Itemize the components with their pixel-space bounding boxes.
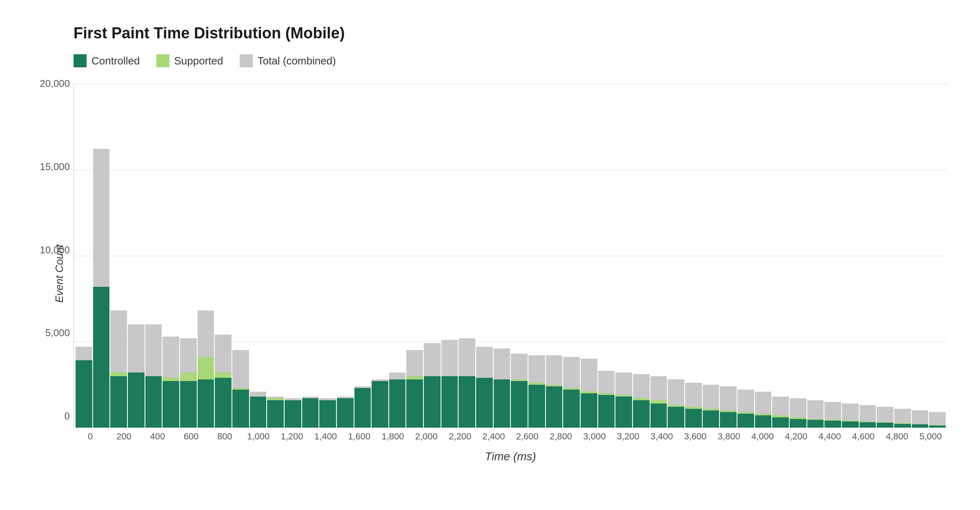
x-label-1: 200 bbox=[107, 431, 140, 442]
bar-group-22 bbox=[459, 338, 475, 428]
bar-group-47 bbox=[894, 409, 911, 428]
bar-group-25 bbox=[511, 354, 528, 428]
controlled-label: Controlled bbox=[91, 55, 140, 67]
x-label-6: 1,200 bbox=[275, 431, 309, 442]
bar-group-33 bbox=[650, 376, 667, 428]
bar-group-40 bbox=[772, 397, 789, 428]
bar-total-0 bbox=[76, 347, 92, 360]
bar-total-27 bbox=[546, 355, 563, 385]
bar-group-5 bbox=[163, 337, 179, 428]
bar-supported-5 bbox=[163, 378, 179, 381]
bar-supported-8 bbox=[215, 373, 232, 378]
bar-controlled-6 bbox=[180, 381, 197, 428]
bar-total-38 bbox=[737, 390, 754, 412]
bar-controlled-10 bbox=[250, 397, 267, 428]
bar-total-21 bbox=[441, 340, 458, 376]
bar-supported-7 bbox=[198, 357, 214, 379]
bar-group-3 bbox=[128, 324, 145, 428]
bar-controlled-24 bbox=[494, 379, 510, 428]
bar-group-20 bbox=[424, 343, 441, 428]
x-label-13: 2,600 bbox=[510, 431, 544, 442]
bar-total-4 bbox=[145, 324, 162, 376]
bar-total-25 bbox=[511, 354, 528, 379]
x-label-23: 4,600 bbox=[846, 431, 880, 442]
bar-group-42 bbox=[807, 400, 824, 428]
total-swatch bbox=[240, 54, 253, 67]
bar-supported-33 bbox=[650, 400, 667, 404]
bar-total-48 bbox=[912, 410, 929, 424]
bar-group-36 bbox=[703, 385, 719, 428]
bar-supported-19 bbox=[406, 376, 423, 379]
bar-controlled-27 bbox=[546, 386, 563, 428]
bar-group-28 bbox=[563, 357, 580, 428]
bar-controlled-31 bbox=[615, 397, 632, 428]
bar-group-30 bbox=[598, 371, 615, 428]
y-label-0: 0 bbox=[37, 410, 70, 422]
bar-group-44 bbox=[842, 404, 859, 428]
x-label-22: 4,400 bbox=[813, 431, 846, 442]
bar-group-27 bbox=[546, 355, 563, 428]
bar-controlled-25 bbox=[511, 381, 528, 428]
bar-total-44 bbox=[842, 404, 859, 421]
bar-group-1 bbox=[93, 149, 110, 428]
bar-group-49 bbox=[929, 412, 946, 428]
bar-controlled-29 bbox=[581, 393, 597, 428]
bar-controlled-48 bbox=[912, 424, 929, 428]
bar-group-48 bbox=[912, 410, 929, 428]
bar-total-18 bbox=[389, 373, 406, 379]
bar-controlled-15 bbox=[337, 398, 354, 428]
bar-controlled-3 bbox=[128, 373, 145, 428]
bar-total-39 bbox=[755, 392, 772, 414]
bar-controlled-49 bbox=[929, 426, 946, 428]
bar-total-35 bbox=[685, 383, 702, 407]
y-label-15000: 15,000 bbox=[37, 161, 70, 173]
bar-group-10 bbox=[250, 392, 267, 428]
bar-group-31 bbox=[615, 373, 632, 428]
bar-group-39 bbox=[755, 392, 772, 428]
bar-controlled-17 bbox=[372, 381, 388, 428]
bar-controlled-5 bbox=[163, 381, 179, 428]
bar-group-26 bbox=[528, 355, 545, 428]
bar-total-9 bbox=[232, 350, 249, 388]
bar-group-45 bbox=[860, 405, 876, 428]
bar-group-8 bbox=[215, 335, 232, 428]
bar-controlled-36 bbox=[703, 410, 719, 428]
bar-total-28 bbox=[563, 357, 580, 388]
bar-controlled-22 bbox=[459, 376, 475, 428]
bar-total-31 bbox=[615, 373, 632, 395]
bar-controlled-35 bbox=[685, 409, 702, 428]
supported-swatch bbox=[156, 54, 169, 67]
bar-group-32 bbox=[633, 374, 650, 428]
bar-supported-2 bbox=[110, 373, 127, 376]
bar-controlled-26 bbox=[528, 385, 545, 428]
bar-group-4 bbox=[145, 324, 162, 428]
bar-controlled-37 bbox=[720, 412, 737, 428]
bar-controlled-11 bbox=[267, 400, 284, 428]
x-label-11: 2,200 bbox=[443, 431, 477, 442]
legend-total: Total (combined) bbox=[240, 54, 336, 67]
bar-controlled-20 bbox=[424, 376, 441, 428]
bar-total-36 bbox=[703, 385, 719, 409]
bar-total-20 bbox=[424, 343, 441, 376]
x-label-3: 600 bbox=[174, 431, 208, 442]
bar-controlled-0 bbox=[76, 360, 92, 428]
total-label: Total (combined) bbox=[258, 55, 336, 67]
bar-total-22 bbox=[459, 338, 475, 376]
x-label-9: 1,800 bbox=[376, 431, 410, 442]
bar-total-41 bbox=[790, 398, 806, 417]
bar-controlled-8 bbox=[215, 378, 232, 428]
bar-group-34 bbox=[668, 379, 684, 428]
x-label-0: 0 bbox=[74, 431, 107, 442]
bar-controlled-1 bbox=[93, 287, 110, 428]
x-axis-title: Time (ms) bbox=[74, 450, 947, 463]
x-label-15: 3,000 bbox=[578, 431, 611, 442]
controlled-swatch bbox=[74, 54, 87, 67]
bar-group-6 bbox=[180, 338, 197, 428]
supported-label: Supported bbox=[174, 55, 223, 67]
bar-group-35 bbox=[685, 383, 702, 428]
bar-controlled-13 bbox=[302, 398, 319, 428]
x-label-14: 2,800 bbox=[544, 431, 577, 442]
bar-group-19 bbox=[406, 350, 423, 428]
x-label-20: 4,000 bbox=[746, 431, 779, 442]
x-label-8: 1,600 bbox=[343, 431, 376, 442]
